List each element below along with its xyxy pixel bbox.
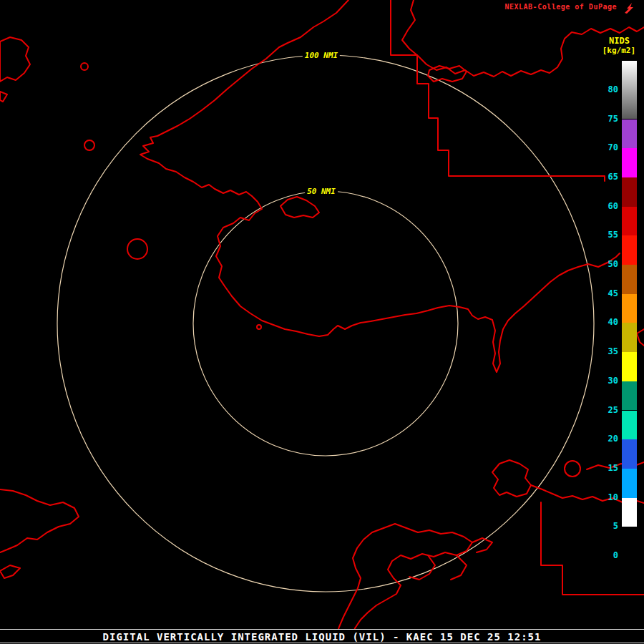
coastline-southeast-upper — [587, 462, 644, 469]
southwest-islet — [0, 565, 20, 578]
radar-map-canvas — [0, 0, 644, 644]
range-ring-label: 50 NMI — [305, 187, 338, 196]
lightning-icon — [623, 1, 638, 14]
product-title: DIGITAL VERTICALLY INTEGRATED LIQUID (VI… — [0, 631, 644, 643]
lagoon-outline — [280, 197, 319, 218]
footer-divider-bottom — [0, 643, 644, 643]
topleft-islet — [0, 92, 7, 102]
small-lake-upper-left — [81, 63, 88, 70]
small-lake-northwest — [84, 140, 94, 150]
topleft-island — [0, 37, 30, 82]
lake-west — [127, 239, 147, 259]
delta-channel-2 — [451, 555, 467, 580]
southwest-peninsula — [0, 489, 79, 552]
footer-bar: DIGITAL VERTICALLY INTEGRATED LIQUID (VI… — [0, 629, 644, 644]
southeast-lake-blob — [492, 460, 531, 497]
boundary-steps-southeast — [541, 502, 644, 595]
coastline-southeast-lower — [531, 485, 644, 503]
range-ring-50-nmi — [193, 191, 458, 456]
boundary-steps-northeast — [391, 0, 605, 181]
delta-west-bank — [335, 528, 384, 644]
delta-channel-1 — [409, 555, 435, 580]
radar-display: 100 NMI50 NMI 80757065605550454035302520… — [0, 0, 644, 644]
northeast-lake-blob — [428, 66, 467, 82]
coastline-main — [140, 0, 620, 372]
range-ring-100-nmi — [57, 55, 594, 592]
header-bar: NEXLAB-College of DuPage — [0, 0, 644, 17]
delta-spur-east — [472, 538, 492, 552]
island-dot-center — [257, 325, 261, 329]
lake-southeast — [565, 461, 580, 477]
footer-divider-top — [0, 629, 644, 630]
right-edge-coast-piece — [637, 329, 644, 346]
delta-east-bank — [349, 524, 472, 644]
range-ring-label: 100 NMI — [303, 51, 340, 60]
nexlab-credit-text: NEXLAB-College of DuPage — [505, 3, 618, 11]
